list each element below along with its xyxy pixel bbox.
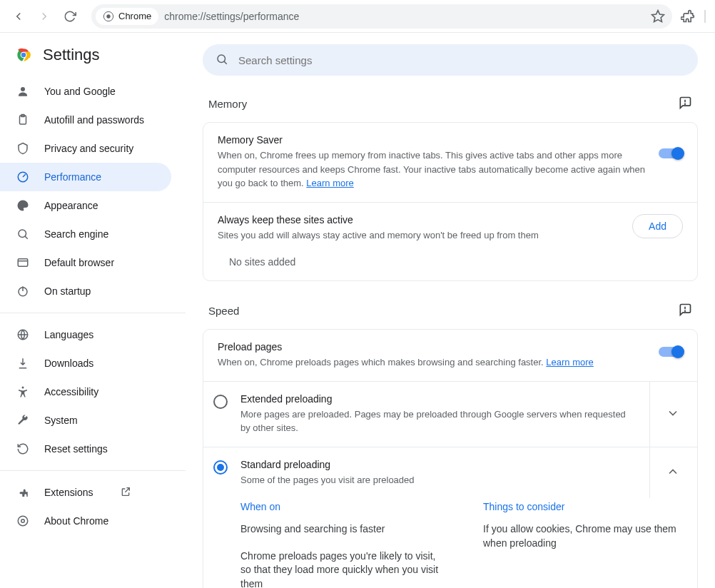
- sidebar-item-on-startup[interactable]: On startup: [0, 277, 171, 305]
- reload-button[interactable]: [60, 6, 80, 26]
- extensions-icon[interactable]: [678, 6, 698, 26]
- wrench-icon: [16, 414, 30, 427]
- section-title-speed: Speed: [208, 305, 239, 317]
- sidebar-item-languages[interactable]: Languages: [0, 320, 171, 349]
- search-settings[interactable]: [203, 44, 698, 76]
- svg-point-11: [19, 230, 26, 238]
- search-icon: [16, 228, 30, 240]
- standard-preloading-row[interactable]: Standard preloading Some of the pages yo…: [203, 447, 697, 499]
- chevron-down-icon[interactable]: [663, 403, 683, 425]
- sidebar-item-label: Extensions: [44, 487, 93, 498]
- consider-label: Things to consider: [483, 501, 683, 512]
- page-title: Settings: [43, 46, 100, 64]
- sidebar-item-you-and-google[interactable]: You and Google: [0, 77, 171, 106]
- speedometer-icon: [16, 171, 30, 183]
- browser-toolbar: Chrome chrome://settings/performance: [0, 0, 715, 33]
- sidebar-item-privacy[interactable]: Privacy and security: [0, 134, 171, 163]
- chip-label: Chrome: [118, 11, 151, 21]
- shield-icon: [16, 142, 30, 155]
- search-input[interactable]: [238, 54, 685, 66]
- search-icon: [215, 53, 228, 68]
- reset-icon: [16, 442, 30, 455]
- radio-standard[interactable]: [213, 460, 228, 475]
- chrome-icon: [103, 11, 114, 22]
- keep-active-title: Always keep these sites active: [218, 214, 539, 225]
- sidebar-item-default-browser[interactable]: Default browser: [0, 248, 171, 277]
- no-sites-text: No sites added: [203, 253, 697, 280]
- learn-more-link[interactable]: Learn more: [306, 178, 353, 188]
- sidebar-item-label: Autofill and passwords: [44, 114, 144, 126]
- sidebar-item-performance[interactable]: Performance: [0, 163, 171, 191]
- feedback-icon[interactable]: [678, 96, 692, 112]
- preload-toggle[interactable]: [659, 347, 683, 357]
- speed-card: Preload pages When on, Chrome preloads p…: [203, 329, 698, 588]
- address-bar[interactable]: Chrome chrome://settings/performance: [91, 4, 672, 29]
- radio-extended[interactable]: [213, 395, 228, 409]
- extended-title: Extended preloading: [240, 393, 637, 405]
- standard-desc: Some of the pages you visit are preloade…: [240, 473, 637, 487]
- consider-text-1: If you allow cookies, Chrome may use the…: [483, 522, 683, 550]
- memory-saver-title: Memory Saver: [218, 134, 646, 146]
- preload-title: Preload pages: [218, 341, 594, 353]
- sidebar-item-autofill[interactable]: Autofill and passwords: [0, 106, 171, 134]
- clipboard-icon: [16, 113, 30, 126]
- standard-title: Standard preloading: [240, 459, 637, 470]
- svg-point-21: [218, 55, 225, 63]
- forward-button[interactable]: [34, 6, 54, 26]
- sidebar-item-extensions[interactable]: Extensions: [0, 478, 171, 507]
- sidebar-item-system[interactable]: System: [0, 406, 171, 435]
- main-content: Memory Memory Saver When on, Chrome free…: [186, 33, 715, 588]
- sidebar: Settings You and Google Autofill and pas…: [0, 33, 186, 588]
- learn-more-link[interactable]: Learn more: [546, 357, 593, 368]
- star-icon[interactable]: [648, 6, 668, 26]
- when-on-label: When on: [240, 501, 440, 512]
- sidebar-item-label: Languages: [44, 329, 93, 340]
- chrome-small-icon: [16, 514, 30, 527]
- chevron-up-icon[interactable]: [663, 462, 683, 484]
- svg-line-22: [224, 61, 227, 64]
- memory-saver-toggle[interactable]: [659, 148, 683, 158]
- sidebar-item-label: Downloads: [44, 358, 93, 369]
- extended-preloading-row[interactable]: Extended preloading More pages are prelo…: [203, 381, 697, 447]
- back-button[interactable]: [9, 6, 29, 26]
- sidebar-item-reset[interactable]: Reset settings: [0, 435, 171, 463]
- when-on-text-1: Browsing and searching is faster: [240, 522, 440, 537]
- sidebar-item-label: System: [44, 415, 78, 426]
- sidebar-item-label: Accessibility: [44, 386, 98, 397]
- svg-line-12: [25, 236, 28, 239]
- preload-desc: When on, Chrome preloads pages which mak…: [218, 355, 594, 370]
- sidebar-item-appearance[interactable]: Appearance: [0, 191, 171, 220]
- memory-saver-desc: When on, Chrome frees up memory from ina…: [218, 148, 646, 191]
- svg-rect-3: [704, 10, 706, 23]
- feedback-icon[interactable]: [678, 303, 692, 319]
- extended-desc: More pages are preloaded. Pages may be p…: [240, 407, 637, 435]
- when-on-text-2: Chrome preloads pages you're likely to v…: [240, 549, 440, 588]
- sidebar-item-label: Default browser: [44, 257, 114, 268]
- sidebar-item-label: Privacy and security: [44, 143, 133, 154]
- download-icon: [16, 357, 30, 370]
- puzzle-icon: [16, 486, 30, 499]
- url-text: chrome://settings/performance: [164, 11, 299, 22]
- svg-rect-13: [18, 259, 28, 267]
- svg-marker-2: [652, 10, 664, 21]
- sidebar-item-label: Appearance: [44, 200, 98, 211]
- sidebar-item-label: About Chrome: [44, 515, 108, 527]
- sidebar-item-search-engine[interactable]: Search engine: [0, 220, 171, 248]
- sidebar-item-about[interactable]: About Chrome: [0, 507, 171, 535]
- svg-point-19: [18, 516, 28, 526]
- accessibility-icon: [16, 385, 30, 398]
- sidebar-item-label: On startup: [44, 285, 91, 297]
- sidebar-item-downloads[interactable]: Downloads: [0, 349, 171, 377]
- section-title-memory: Memory: [208, 98, 247, 110]
- add-button[interactable]: Add: [632, 214, 683, 238]
- standard-details: When on Browsing and searching is faster…: [203, 498, 697, 588]
- sidebar-item-accessibility[interactable]: Accessibility: [0, 377, 171, 406]
- sidebar-item-label: Performance: [44, 171, 101, 183]
- globe-icon: [16, 328, 30, 341]
- svg-point-7: [21, 87, 25, 91]
- chrome-logo-icon: [14, 46, 33, 64]
- svg-point-18: [22, 387, 24, 389]
- svg-point-26: [685, 310, 686, 311]
- divider: [0, 313, 186, 313]
- keep-active-desc: Sites you add will always stay active an…: [218, 228, 539, 243]
